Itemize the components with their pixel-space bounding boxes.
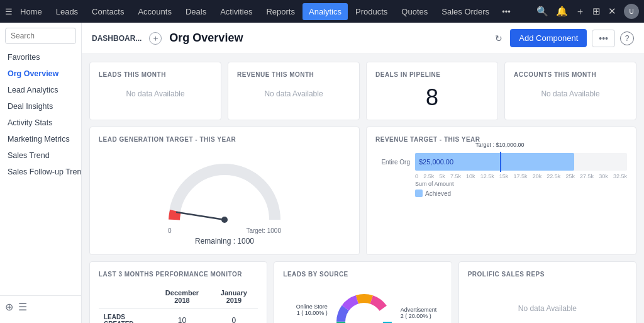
sidebar-item-favorites[interactable]: Favorites	[0, 49, 81, 65]
table-row: LEADS CREATED 10 0	[99, 309, 258, 324]
plus-icon[interactable]: ＋	[575, 6, 585, 18]
bell-icon[interactable]: 🔔	[556, 6, 568, 17]
dashboard-nav-title[interactable]: DASHBOAR...	[92, 34, 142, 43]
gauge-container: 0 Target: 1000 Remaining : 1000	[99, 150, 350, 246]
sidebar-item-deal-insights[interactable]: Deal Insights	[0, 98, 81, 115]
nav-more-icon[interactable]: •••	[497, 3, 516, 20]
legend-label: Achieved	[425, 190, 451, 197]
main-layout: Favorites Org Overview Lead Analytics De…	[0, 23, 644, 323]
performance-title: LAST 3 MONTHS PERFORMANCE MONITOR	[99, 271, 258, 278]
nav-analytics[interactable]: Analytics	[303, 3, 348, 20]
nav-contacts[interactable]: Contacts	[86, 3, 130, 20]
row-leads-dec: 10	[155, 309, 210, 324]
prolific-sales-title: PROLIFIC SALES REPS	[468, 271, 627, 278]
donut-label-advertisement: Advertisement2 ( 20.00% )	[401, 307, 437, 319]
sidebar-item-sales-trend[interactable]: Sales Trend	[0, 147, 81, 164]
hamburger-icon[interactable]: ☰	[5, 7, 13, 16]
sidebar-item-marketing-metrics[interactable]: Marketing Metrics	[0, 131, 81, 147]
target-line-label: Target : $10,000.00	[475, 142, 525, 148]
sidebar: Favorites Org Overview Lead Analytics De…	[0, 23, 82, 323]
performance-table: December 2018 January 2019 LEADS CREATED…	[99, 285, 258, 323]
kpi-leads-month: LEADS THIS MONTH No data Available	[89, 62, 221, 120]
row-leads-jan: 0	[209, 309, 258, 324]
bar-track: $25,000.00 Target : $10,000.00	[415, 153, 627, 171]
nav-accounts[interactable]: Accounts	[131, 3, 177, 20]
col-header-empty	[99, 285, 155, 309]
chart-legend: Achieved	[415, 190, 627, 197]
leads-source-card: LEADS BY SOURCE Online Store1 ( 10.00% )…	[274, 261, 452, 323]
revenue-chart-card: REVENUE TARGET - THIS YEAR Entire Org $2…	[366, 127, 636, 255]
gauge-target-label: Target: 1000	[246, 227, 281, 234]
kpi-leads-title: LEADS THIS MONTH	[99, 71, 212, 78]
kpi-revenue-title: REVENUE THIS MONTH	[237, 71, 350, 78]
add-component-button[interactable]: Add Component	[510, 29, 587, 47]
svg-point-1	[221, 217, 228, 223]
legend-box	[415, 190, 423, 197]
kpi-revenue-month: REVENUE THIS MONTH No data Available	[228, 62, 360, 120]
more-options-button[interactable]: •••	[592, 30, 615, 47]
performance-card: LAST 3 MONTHS PERFORMANCE MONITOR Decemb…	[89, 261, 267, 323]
bottom-row: LAST 3 MONTHS PERFORMANCE MONITOR Decemb…	[89, 261, 636, 323]
user-avatar[interactable]: U	[624, 4, 639, 19]
donut-label-online-store: Online Store1 ( 10.00% )	[289, 303, 328, 316]
settings-icon[interactable]: ✕	[608, 6, 616, 17]
donut-labels-left: Online Store1 ( 10.00% ) Web Download1 (…	[289, 303, 328, 323]
gauge-title: LEAD GENERATION TARGET - THIS YEAR	[99, 136, 350, 143]
bar-chart-container: Entire Org $25,000.00 Target : $10,000.0…	[375, 150, 627, 200]
col-header-dec: December 2018	[155, 285, 210, 309]
bar-row-label: Entire Org	[375, 159, 410, 166]
kpi-accounts-month: ACCOUNTS THIS MONTH No data Available	[504, 62, 636, 120]
sidebar-list-icon[interactable]: ☰	[18, 301, 27, 313]
kpi-deals-value: 8	[375, 84, 489, 111]
gauge-remaining: Remaining : 1000	[195, 237, 254, 246]
sidebar-item-org-overview[interactable]: Org Overview	[0, 65, 81, 82]
nav-sales-orders[interactable]: Sales Orders	[435, 3, 496, 20]
kpi-revenue-no-data: No data Available	[237, 84, 350, 98]
page-title: Org Overview	[169, 31, 485, 45]
row-leads-label: LEADS CREATED	[99, 309, 155, 324]
col-header-jan: January 2019	[209, 285, 258, 309]
search-icon[interactable]: 🔍	[536, 6, 548, 17]
gauge-chart-card: LEAD GENERATION TARGET - THIS YEAR	[89, 127, 360, 255]
nav-reports[interactable]: Reports	[260, 3, 301, 20]
sidebar-item-sales-followup[interactable]: Sales Follow-up Trend	[0, 164, 81, 180]
gauge-svg	[162, 157, 287, 226]
sidebar-plus-icon[interactable]: ⊕	[5, 301, 13, 313]
header-actions: ↻ Add Component ••• ?	[492, 29, 634, 47]
refresh-button[interactable]: ↻	[492, 31, 505, 46]
nav-quotes[interactable]: Quotes	[395, 3, 434, 20]
kpi-leads-no-data: No data Available	[99, 84, 212, 98]
nav-deals[interactable]: Deals	[179, 3, 213, 20]
content-area: DASHBOAR... ＋ Org Overview ↻ Add Compone…	[82, 23, 644, 323]
apps-icon[interactable]: ⊞	[592, 6, 601, 17]
gauge-labels: 0 Target: 1000	[168, 227, 281, 234]
help-button[interactable]: ?	[620, 31, 634, 45]
x-axis: 02.5k5k7.5k10k12.5k15k17.5k20k22.5k25k27…	[415, 173, 627, 179]
nav-leads[interactable]: Leads	[50, 3, 84, 20]
target-line: Target : $10,000.00	[500, 152, 501, 172]
kpi-row: LEADS THIS MONTH No data Available REVEN…	[89, 62, 636, 120]
leads-source-title: LEADS BY SOURCE	[283, 271, 442, 278]
sidebar-item-activity-stats[interactable]: Activity Stats	[0, 115, 81, 131]
gauge-zero-label: 0	[168, 227, 172, 234]
x-axis-title: Sum of Amount	[415, 181, 627, 187]
sidebar-item-lead-analytics[interactable]: Lead Analytics	[0, 82, 81, 98]
nav-products[interactable]: Products	[349, 3, 394, 20]
kpi-deals-title: DEALS IN PIPELINE	[375, 71, 489, 78]
nav-home[interactable]: Home	[14, 3, 48, 20]
dashboard-grid: LEADS THIS MONTH No data Available REVEN…	[82, 54, 644, 323]
donut-container: Online Store1 ( 10.00% ) Web Download1 (…	[283, 285, 442, 323]
content-header: DASHBOAR... ＋ Org Overview ↻ Add Compone…	[82, 23, 644, 54]
search-input[interactable]	[5, 28, 76, 44]
add-dashboard-button[interactable]: ＋	[149, 32, 162, 45]
kpi-deals-pipeline: DEALS IN PIPELINE 8	[366, 62, 498, 120]
nav-activities[interactable]: Activities	[214, 3, 258, 20]
prolific-sales-no-data: No data Available	[468, 285, 627, 313]
bar-fill: $25,000.00	[415, 153, 574, 171]
top-navigation: ☰ Home Leads Contacts Accounts Deals Act…	[0, 0, 644, 23]
donut-labels-right: Advertisement2 ( 20.00% ) Cold Call	[401, 307, 437, 323]
donut-svg	[333, 290, 396, 323]
bar-row: Entire Org $25,000.00 Target : $10,000.0…	[375, 153, 627, 171]
kpi-accounts-no-data: No data Available	[514, 84, 627, 98]
prolific-sales-card: PROLIFIC SALES REPS No data Available	[458, 261, 636, 323]
